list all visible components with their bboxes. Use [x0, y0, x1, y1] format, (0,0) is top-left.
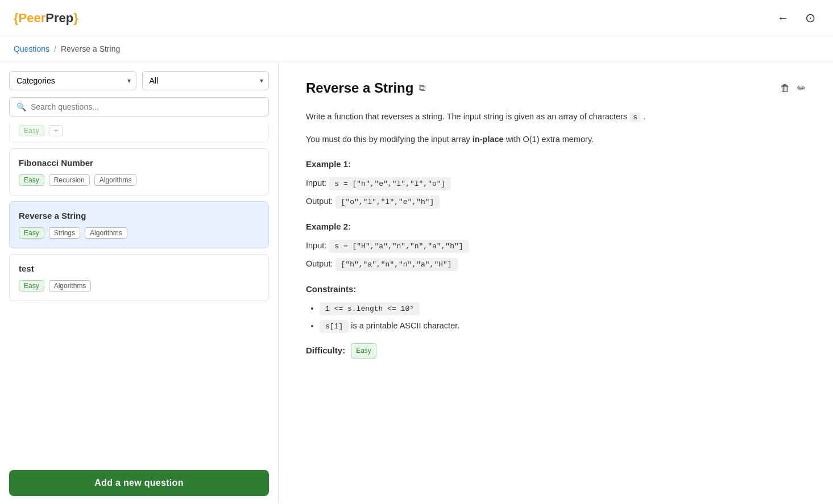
question-actions: 🗑 ✏ — [780, 82, 806, 94]
category-badge-strings: Strings — [49, 227, 80, 239]
category-badge: + — [49, 125, 63, 136]
edit-button[interactable]: ✏ — [797, 82, 806, 94]
categories-select[interactable]: Categories — [9, 71, 136, 90]
constraint-2-text: is a printable ASCII character. — [351, 321, 459, 330]
circle-icon: ⊙ — [805, 11, 815, 26]
logo: { Peer Prep } — [14, 11, 78, 26]
question-title-area: Reverse a String ⧉ — [306, 80, 425, 96]
list-item[interactable]: Reverse a String Easy Strings Algorithms — [9, 201, 269, 248]
example1-output-line: Output: ["o","l","l","e","h"] — [306, 194, 806, 209]
header: { Peer Prep } ← ⊙ — [0, 0, 833, 36]
delete-icon: 🗑 — [780, 82, 790, 94]
example2-output-line: Output: ["h","a","n","n","a","H"] — [306, 257, 806, 272]
search-input[interactable] — [31, 102, 262, 111]
example1-label: Example 1: — [306, 157, 806, 172]
breadcrumb-current-page: Reverse a String — [61, 44, 120, 53]
description-paragraph-2: You must do this by modifying the input … — [306, 132, 806, 147]
left-panel: Categories ▾ All ▾ 🔍 Easy + — [0, 62, 279, 503]
circle-button[interactable]: ⊙ — [801, 9, 819, 27]
breadcrumb-questions-link[interactable]: Questions — [14, 44, 49, 53]
logo-prep-text: Prep — [45, 11, 73, 26]
category-badge-algorithms: Algorithms — [85, 227, 127, 239]
breadcrumb: Questions / Reverse a String — [0, 36, 833, 62]
add-new-question-button[interactable]: Add a new question — [9, 470, 269, 496]
logo-peer-text: Peer — [19, 11, 46, 26]
example-1-block: Example 1: Input: s = ["h","e","l","l","… — [306, 157, 806, 209]
example1-input-code: s = ["h","e","l","l","o"] — [329, 177, 451, 190]
difficulty-badge: Easy — [19, 125, 44, 136]
constraint-item: 1 <= s.length <= 10⁵ — [320, 301, 806, 315]
difficulty-select[interactable]: All — [142, 71, 270, 90]
difficulty-badge: Easy — [19, 227, 44, 239]
difficulty-label: Difficulty: — [306, 343, 345, 358]
card-title: Fibonacci Number — [19, 158, 259, 168]
main-layout: Categories ▾ All ▾ 🔍 Easy + — [0, 62, 833, 503]
search-icon: 🔍 — [16, 102, 26, 111]
difficulty-badge: Easy — [19, 280, 44, 291]
constraints-label: Constraints: — [306, 282, 806, 297]
add-button-area: Add a new question — [0, 463, 278, 503]
category-badge-recursion: Recursion — [49, 174, 90, 186]
right-panel: Reverse a String ⧉ 🗑 ✏ Write a function … — [279, 62, 833, 503]
example2-label: Example 2: — [306, 219, 806, 234]
difficulty-badge-detail: Easy — [351, 343, 376, 359]
categories-filter-wrapper: Categories ▾ — [9, 71, 136, 90]
category-badge-algorithms: Algorithms — [94, 174, 137, 186]
in-place-bold: in-place — [473, 135, 504, 144]
external-link-icon[interactable]: ⧉ — [419, 83, 425, 93]
edit-icon: ✏ — [797, 82, 806, 94]
constraint-2-s-code: s[i] — [320, 320, 349, 333]
difficulty-filter-wrapper: All ▾ — [142, 71, 270, 90]
card-badges: Easy Recursion Algorithms — [19, 174, 259, 186]
constraints-list: 1 <= s.length <= 10⁵ s[i] is a printable… — [306, 301, 806, 333]
card-title: test — [19, 264, 259, 273]
question-header: Reverse a String ⧉ 🗑 ✏ — [306, 80, 806, 96]
logo-brace-open: { — [14, 11, 19, 26]
filter-row: Categories ▾ All ▾ — [9, 71, 269, 90]
example-2-block: Example 2: Input: s = ["H","a","n","n","… — [306, 219, 806, 272]
card-title: Reverse a String — [19, 211, 259, 220]
example2-input-line: Input: s = ["H","a","n","n","a","h"] — [306, 239, 806, 253]
example2-output-code: ["h","a","n","n","a","H"] — [335, 258, 458, 271]
search-bar: 🔍 — [9, 97, 269, 116]
card-badges: Easy Strings Algorithms — [19, 227, 259, 239]
question-title: Reverse a String — [306, 80, 413, 96]
list-item[interactable]: Easy + — [9, 123, 269, 143]
difficulty-badge: Easy — [19, 174, 44, 186]
back-icon: ← — [777, 11, 789, 24]
cards-area: Easy + Fibonacci Number Easy Recursion A… — [9, 123, 269, 494]
description-paragraph-1: Write a function that reverses a string.… — [306, 110, 806, 124]
card-badges: Easy Algorithms — [19, 280, 259, 291]
example1-output-code: ["o","l","l","e","h"] — [335, 195, 440, 209]
breadcrumb-separator: / — [54, 44, 56, 53]
list-item[interactable]: test Easy Algorithms — [9, 254, 269, 301]
constraint-item: s[i] is a printable ASCII character. — [320, 319, 806, 333]
constraint-1-code: 1 <= s.length <= 10⁵ — [320, 302, 420, 315]
back-button[interactable]: ← — [774, 9, 792, 27]
s-code-inline: s — [629, 113, 641, 122]
example1-input-line: Input: s = ["h","e","l","l","o"] — [306, 176, 806, 191]
logo-brace-close: } — [73, 11, 78, 26]
header-actions: ← ⊙ — [774, 9, 819, 27]
question-body: Write a function that reverses a string.… — [306, 110, 806, 359]
category-badge-algorithms: Algorithms — [49, 280, 92, 291]
difficulty-row: Difficulty: Easy — [306, 343, 806, 359]
delete-button[interactable]: 🗑 — [780, 82, 790, 94]
list-item[interactable]: Fibonacci Number Easy Recursion Algorith… — [9, 148, 269, 195]
example2-input-code: s = ["H","a","n","n","a","h"] — [329, 240, 469, 253]
